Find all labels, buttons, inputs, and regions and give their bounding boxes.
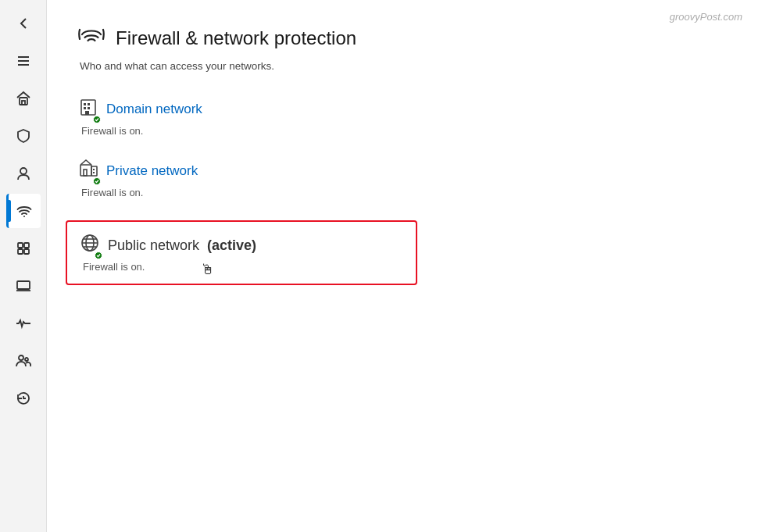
svg-point-13 [19, 355, 23, 360]
sidebar-item-history[interactable] [6, 381, 41, 416]
svg-rect-7 [18, 243, 23, 248]
sidebar-item-family[interactable] [6, 344, 41, 378]
public-network-icon [80, 233, 100, 258]
cursor-pointer: 🖱 [201, 262, 215, 278]
private-network-status: Firewall is on. [81, 187, 727, 198]
sidebar-item-account[interactable] [6, 156, 41, 191]
svg-rect-25 [93, 172, 95, 173]
public-network-status: Firewall is on. [83, 261, 403, 273]
sidebar-item-back[interactable] [6, 6, 41, 41]
svg-rect-24 [93, 169, 95, 170]
svg-rect-16 [84, 103, 86, 105]
domain-network-status: Firewall is on. [81, 125, 727, 137]
domain-network-link[interactable]: Domain network [106, 102, 202, 117]
domain-network-header: Domain network [78, 97, 727, 122]
svg-rect-19 [88, 107, 90, 109]
page-subtitle: Who and what can access your networks. [80, 60, 727, 72]
svg-rect-4 [22, 101, 25, 105]
domain-network-item[interactable]: Domain network Firewall is on. [78, 97, 727, 137]
sidebar-item-network[interactable] [6, 194, 41, 228]
private-network-icon [78, 159, 98, 184]
public-network-active-badge: (active) [207, 237, 256, 254]
page-title: Firewall & network protection [116, 27, 356, 49]
sidebar-item-home[interactable] [6, 81, 41, 116]
public-network-label: Public network (active) [108, 237, 256, 254]
svg-rect-11 [17, 281, 30, 289]
svg-rect-8 [24, 243, 29, 248]
sidebar [0, 0, 47, 532]
svg-rect-20 [85, 111, 89, 115]
public-network-name: Public network [108, 237, 199, 254]
sidebar-item-security[interactable] [6, 119, 41, 153]
svg-rect-18 [84, 107, 86, 109]
svg-point-14 [25, 358, 28, 361]
svg-rect-9 [18, 249, 23, 254]
page-header: Firewall & network protection [78, 22, 727, 54]
sidebar-item-health[interactable] [6, 306, 41, 341]
sidebar-item-app[interactable] [6, 231, 41, 266]
svg-rect-17 [88, 103, 90, 105]
watermark: groovyPost.com [670, 11, 742, 23]
svg-point-5 [20, 168, 27, 174]
sidebar-item-device[interactable] [6, 269, 41, 303]
public-network-header: Public network (active) [80, 233, 403, 258]
domain-network-icon [78, 97, 98, 122]
public-network-item[interactable]: Public network (active) Firewall is on. … [66, 220, 417, 285]
private-network-link[interactable]: Private network [106, 163, 198, 179]
main-content: groovyPost.com Firewall & network protec… [47, 0, 758, 532]
svg-rect-22 [84, 170, 87, 176]
svg-rect-10 [24, 249, 29, 254]
sidebar-item-menu[interactable] [6, 44, 41, 78]
private-network-header: Private network [78, 159, 727, 184]
firewall-icon [78, 22, 105, 54]
private-network-item[interactable]: Private network Firewall is on. [78, 159, 727, 198]
svg-rect-21 [80, 165, 91, 176]
svg-rect-23 [91, 166, 97, 176]
svg-point-6 [23, 216, 25, 217]
